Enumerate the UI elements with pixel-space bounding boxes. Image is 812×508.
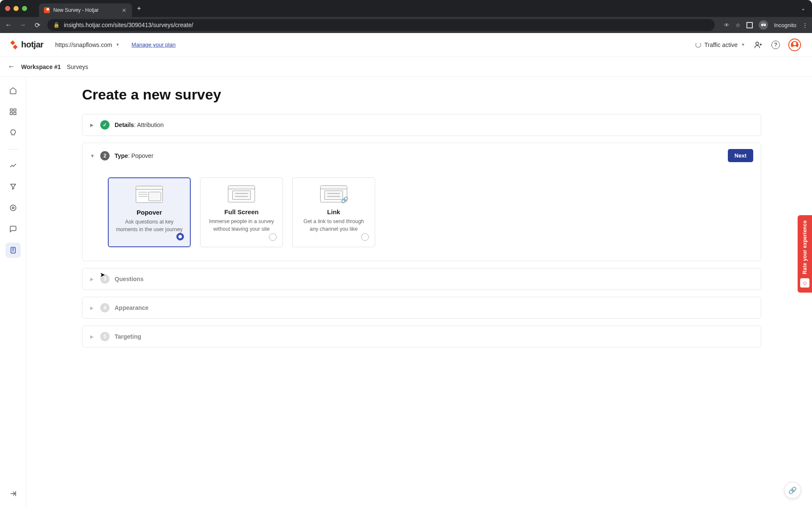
step-targeting-header[interactable]: ▶ 5 Targeting bbox=[82, 326, 761, 347]
svg-rect-1 bbox=[10, 109, 12, 111]
step-questions-title: Questions bbox=[115, 276, 143, 282]
nav-forward-button[interactable]: → bbox=[19, 21, 27, 29]
step-questions: ▶ 3 Questions bbox=[82, 268, 761, 290]
breadcrumb-workspace[interactable]: Workspace #1 bbox=[21, 64, 61, 70]
svg-rect-3 bbox=[10, 113, 12, 115]
bookmark-star-icon[interactable]: ☆ bbox=[735, 22, 741, 28]
browser-menu-button[interactable]: ⋮ bbox=[802, 22, 808, 28]
tab-favicon-icon bbox=[44, 7, 50, 13]
svg-point-5 bbox=[10, 205, 16, 211]
content-area: Create a new survey ▶ ✓ Details: Attribu… bbox=[26, 77, 812, 508]
invite-user-button[interactable] bbox=[754, 40, 763, 50]
step-targeting-title: Targeting bbox=[115, 333, 141, 340]
nav-highlights-icon[interactable] bbox=[5, 125, 21, 141]
step-details: ▶ ✓ Details: Attribution bbox=[82, 114, 761, 136]
radio-selected-icon[interactable] bbox=[176, 233, 184, 240]
spinner-icon bbox=[695, 42, 701, 48]
window-close-button[interactable] bbox=[5, 6, 10, 11]
step-done-check-icon: ✓ bbox=[100, 120, 110, 130]
next-button[interactable]: Next bbox=[728, 149, 753, 162]
step-type-header[interactable]: ▼ 2 Type: Popover Next bbox=[82, 143, 761, 168]
rail-expand-button[interactable] bbox=[5, 486, 21, 501]
step-appearance-header[interactable]: ▶ 4 Appearance bbox=[82, 297, 761, 318]
caret-down-icon: ▼ bbox=[741, 42, 745, 47]
type-option-name: Link bbox=[299, 208, 368, 215]
site-dropdown[interactable]: https://snapflows.com ▼ bbox=[55, 41, 120, 48]
logo[interactable]: hotjar bbox=[11, 40, 44, 50]
svg-rect-4 bbox=[14, 113, 16, 115]
radio-unselected-icon[interactable] bbox=[361, 233, 369, 241]
svg-point-6 bbox=[12, 207, 14, 209]
manage-plan-link[interactable]: Manage your plan bbox=[132, 41, 176, 48]
nav-recordings-icon[interactable] bbox=[5, 200, 21, 215]
radio-unselected-icon[interactable] bbox=[269, 233, 277, 241]
page-title: Create a new survey bbox=[82, 86, 761, 103]
incognito-icon: 🕶 bbox=[759, 20, 768, 30]
header-right: Traffic active ▼ ? bbox=[695, 39, 801, 51]
tab-overflow-button[interactable]: ⌄ bbox=[801, 6, 805, 11]
lock-icon: 🔒 bbox=[53, 22, 60, 28]
browser-tab[interactable]: New Survey - Hotjar ✕ bbox=[39, 3, 132, 17]
breadcrumb-section[interactable]: Surveys bbox=[67, 64, 88, 70]
step-type-title: Type: Popover bbox=[115, 152, 154, 159]
side-rail bbox=[0, 77, 26, 508]
chevron-right-icon: ▶ bbox=[90, 334, 95, 340]
help-button[interactable]: ? bbox=[771, 41, 780, 49]
type-options-row: Popover Ask questions at key moments in … bbox=[82, 168, 761, 261]
rate-experience-tab[interactable]: Rate your experience ☺ bbox=[798, 215, 812, 293]
nav-back-button[interactable]: ← bbox=[4, 21, 13, 29]
address-bar[interactable]: 🔒 insights.hotjar.com/sites/3090413/surv… bbox=[47, 19, 715, 31]
window-minimize-button[interactable] bbox=[14, 6, 19, 11]
step-appearance: ▶ 4 Appearance bbox=[82, 297, 761, 319]
avatar-button[interactable] bbox=[788, 39, 801, 51]
app-header: hotjar https://snapflows.com ▼ Manage yo… bbox=[0, 33, 812, 57]
type-option-desc: Immerse people in a survey without leavi… bbox=[207, 218, 276, 239]
rate-experience-label: Rate your experience bbox=[802, 220, 808, 274]
share-link-fab[interactable]: 🔗 bbox=[784, 482, 801, 499]
avatar-icon bbox=[791, 41, 798, 49]
window-traffic-lights bbox=[5, 6, 27, 11]
tab-close-button[interactable]: ✕ bbox=[121, 7, 127, 13]
window-zoom-button[interactable] bbox=[22, 6, 27, 11]
link-illustration: 🔗 bbox=[320, 185, 347, 202]
type-option-name: Full Screen bbox=[207, 208, 276, 215]
tab-title: New Survey - Hotjar bbox=[53, 7, 118, 13]
type-option-desc: Get a link to send through any channel y… bbox=[299, 218, 368, 239]
traffic-status-label: Traffic active bbox=[705, 41, 738, 48]
browser-tab-strip: New Survey - Hotjar ✕ + ⌄ bbox=[0, 0, 812, 17]
rail-divider bbox=[8, 149, 19, 149]
step-number-badge: 3 bbox=[100, 274, 110, 284]
step-questions-header[interactable]: ▶ 3 Questions bbox=[82, 268, 761, 290]
step-details-header[interactable]: ▶ ✓ Details: Attribution bbox=[82, 114, 761, 135]
new-tab-button[interactable]: + bbox=[137, 5, 141, 12]
chevron-right-icon: ▶ bbox=[90, 305, 95, 311]
eye-off-icon[interactable]: 👁 bbox=[724, 22, 730, 28]
step-appearance-title: Appearance bbox=[115, 304, 148, 311]
browser-toolbar: ← → ⟳ 🔒 insights.hotjar.com/sites/309041… bbox=[0, 17, 812, 33]
step-type: ▼ 2 Type: Popover Next Popover Ask quest… bbox=[82, 143, 761, 261]
breadcrumb-bar: ← Workspace #1 Surveys bbox=[0, 57, 812, 77]
nav-surveys-icon[interactable] bbox=[5, 243, 21, 258]
traffic-status-dropdown[interactable]: Traffic active ▼ bbox=[695, 41, 746, 48]
step-details-title: Details: Attribution bbox=[115, 121, 164, 128]
nav-feedback-icon[interactable] bbox=[5, 221, 21, 237]
type-option-desc: Ask questions at key moments in the user… bbox=[115, 218, 183, 240]
type-option-popover[interactable]: Popover Ask questions at key moments in … bbox=[108, 177, 191, 247]
breadcrumb-back-button[interactable]: ← bbox=[8, 62, 15, 71]
site-dropdown-label: https://snapflows.com bbox=[55, 41, 112, 48]
nav-reload-button[interactable]: ⟳ bbox=[33, 21, 41, 29]
link-icon: 🔗 bbox=[788, 486, 797, 494]
nav-dashboard-icon[interactable] bbox=[5, 104, 21, 119]
nav-home-icon[interactable] bbox=[5, 83, 21, 98]
nav-funnels-icon[interactable] bbox=[5, 179, 21, 194]
type-option-name: Popover bbox=[115, 209, 183, 216]
caret-down-icon: ▼ bbox=[115, 42, 120, 47]
extensions-icon[interactable] bbox=[746, 22, 753, 28]
type-option-fullscreen[interactable]: Full Screen Immerse people in a survey w… bbox=[200, 177, 283, 247]
app-body: Create a new survey ▶ ✓ Details: Attribu… bbox=[0, 77, 812, 508]
step-number-badge: 5 bbox=[100, 332, 110, 341]
svg-rect-2 bbox=[14, 109, 16, 111]
type-option-link[interactable]: 🔗 Link Get a link to send through any ch… bbox=[292, 177, 375, 247]
nav-trends-icon[interactable] bbox=[5, 158, 21, 173]
chevron-right-icon: ▶ bbox=[90, 122, 95, 128]
